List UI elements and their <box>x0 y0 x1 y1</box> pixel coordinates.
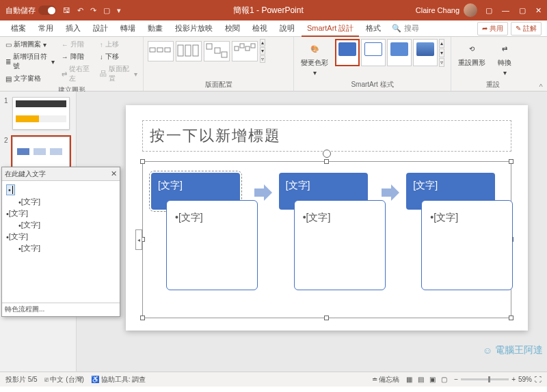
resize-handle[interactable] <box>509 316 513 320</box>
list-item[interactable]: • [文字] <box>6 219 116 231</box>
process-step-1[interactable]: [文字] •[文字] <box>151 173 248 210</box>
gallery-down-icon[interactable]: ▾ <box>260 47 265 55</box>
minimize-icon[interactable]: — <box>502 6 509 15</box>
step-body[interactable]: •[文字] <box>166 200 258 290</box>
save-icon[interactable]: 🖫 <box>63 6 70 15</box>
layout-thumb[interactable] <box>148 41 174 61</box>
qat-dropdown-icon[interactable]: ▾ <box>117 6 121 15</box>
tab-format[interactable]: 格式 <box>360 20 386 36</box>
list-item[interactable]: • [文字] <box>6 196 116 208</box>
layout-gallery[interactable]: ▴ ▾ ▿ <box>148 39 265 63</box>
demote-button[interactable]: → 降階 <box>60 51 94 62</box>
autosave-toggle[interactable] <box>38 5 56 15</box>
fit-window-icon[interactable]: ⛶ <box>535 376 542 383</box>
style-thumb[interactable] <box>387 39 412 66</box>
smartart-text-pane[interactable]: 在此鍵入文字 ✕ • • [文字] • [文字] • [文字] • [文字] •… <box>1 167 120 317</box>
change-colors-button[interactable]: 🎨 變更色彩▾ <box>298 39 331 78</box>
resize-handle[interactable] <box>140 316 145 320</box>
accessibility-check[interactable]: ♿ 協助工具: 調查 <box>91 375 146 384</box>
user-account[interactable]: Claire Chang <box>416 3 477 17</box>
slide-counter[interactable]: 投影片 5/5 <box>5 375 38 384</box>
undo-icon[interactable]: ↶ <box>77 6 83 15</box>
slideshow-view-icon[interactable]: ▢ <box>441 376 447 383</box>
step-body[interactable]: •[文字] <box>294 200 386 290</box>
text-pane-header[interactable]: 在此鍵入文字 ✕ <box>2 167 120 181</box>
zoom-slider[interactable] <box>461 378 509 380</box>
gallery-up-icon[interactable]: ▴ <box>260 39 265 46</box>
close-icon[interactable]: ✕ <box>111 169 117 178</box>
layout-button[interactable]: 品 版面配置 ▾ <box>98 64 139 84</box>
ribbon-options-icon[interactable]: ▢ <box>485 6 492 15</box>
promote-button[interactable]: ← 升階 <box>60 39 94 50</box>
process-step-2[interactable]: [文字] •[文字] <box>279 173 375 210</box>
language-label[interactable]: ⎚ 中文 (台灣) <box>44 375 84 384</box>
list-item[interactable]: • <box>6 184 116 196</box>
zoom-out-icon[interactable]: − <box>454 376 458 383</box>
start-slideshow-icon[interactable]: ▢ <box>103 6 110 15</box>
list-item[interactable]: • [文字] <box>6 231 116 242</box>
text-pane-body[interactable]: • • [文字] • [文字] • [文字] • [文字] • [文字] <box>2 181 120 303</box>
tab-transitions[interactable]: 轉場 <box>115 20 141 36</box>
gallery-more-icon[interactable]: ▿ <box>439 58 444 67</box>
list-item[interactable]: • [文字] <box>6 242 116 254</box>
move-up-button[interactable]: ↑ 上移 <box>98 39 139 50</box>
tab-smartart-design[interactable]: SmartArt 設計 <box>302 20 359 37</box>
tab-review[interactable]: 校閱 <box>219 20 245 36</box>
normal-view-icon[interactable]: ▦ <box>406 376 412 383</box>
textpane-toggle-icon[interactable]: ◂ <box>135 229 142 250</box>
collapse-ribbon-icon[interactable]: ^ <box>535 37 547 91</box>
search-box[interactable]: 🔍 搜尋 <box>392 20 476 36</box>
rtl-button[interactable]: ⇄ 從右至左 <box>60 64 94 84</box>
tab-file[interactable]: 檔案 <box>5 20 31 36</box>
resize-handle[interactable] <box>140 159 145 164</box>
rotate-handle[interactable] <box>323 150 331 158</box>
tab-design[interactable]: 設計 <box>88 20 114 36</box>
zoom-control[interactable]: − + 59% ⛶ <box>454 376 542 383</box>
convert-button[interactable]: ⇄ 轉換▾ <box>492 39 517 78</box>
notes-button[interactable]: ≐ 備忘稿 <box>372 375 400 384</box>
svg-rect-2 <box>165 48 170 52</box>
tab-help[interactable]: 說明 <box>274 20 300 36</box>
move-down-button[interactable]: ↓ 下移 <box>98 51 139 62</box>
layout-thumb[interactable] <box>204 41 230 61</box>
process-step-3[interactable]: [文字] •[文字] <box>406 173 503 210</box>
text-pane-button[interactable]: ▤ 文字窗格 <box>4 73 56 84</box>
slide-canvas[interactable]: 按一下以新增標題 ◂ [文字] •[文字] <box>77 92 547 372</box>
add-shape-button[interactable]: ▭ 新增圖案 ▾ <box>4 39 56 50</box>
gallery-more-icon[interactable]: ▿ <box>260 55 265 63</box>
zoom-value[interactable]: 59% <box>518 376 532 383</box>
maximize-icon[interactable]: ▢ <box>519 6 526 15</box>
sorter-view-icon[interactable]: ▤ <box>418 376 424 383</box>
slide-thumb-1[interactable]: 1 <box>4 97 72 130</box>
close-icon[interactable]: ✕ <box>535 6 542 15</box>
step-body[interactable]: •[文字] <box>421 200 513 290</box>
resize-handle[interactable] <box>509 159 513 164</box>
gallery-down-icon[interactable]: ▾ <box>439 48 444 57</box>
resize-handle[interactable] <box>324 316 329 320</box>
share-button[interactable]: ➦ 共用 <box>477 22 508 36</box>
title-placeholder[interactable]: 按一下以新增標題 <box>142 120 511 152</box>
tab-slideshow[interactable]: 投影片放映 <box>170 20 218 36</box>
tab-view[interactable]: 檢視 <box>247 20 273 36</box>
tab-home[interactable]: 常用 <box>33 20 59 36</box>
slide-thumb-2[interactable]: 2 <box>4 137 72 169</box>
redo-icon[interactable]: ↷ <box>90 6 96 15</box>
tab-insert[interactable]: 插入 <box>60 20 86 36</box>
resize-handle[interactable] <box>324 159 329 164</box>
gallery-up-icon[interactable]: ▴ <box>439 39 444 48</box>
style-gallery[interactable]: ▴ ▾ ▿ <box>335 39 444 67</box>
smartart-frame[interactable]: ◂ [文字] •[文字] [文字] •[文字] [文字] •[文字] <box>142 161 511 318</box>
autosave-control[interactable]: 自動儲存 <box>5 5 56 16</box>
reading-view-icon[interactable]: ▣ <box>429 376 436 383</box>
list-item[interactable]: • [文字] <box>6 208 116 219</box>
style-thumb[interactable] <box>413 39 438 66</box>
layout-thumb[interactable] <box>176 41 202 61</box>
layout-thumb[interactable] <box>232 41 258 61</box>
reset-graphic-button[interactable]: ⟲ 重設圖形 <box>455 39 488 69</box>
add-bullet-button[interactable]: ≣ 新增項目符號 ▾ <box>4 51 56 72</box>
comments-button[interactable]: ✎ 註解 <box>511 22 542 36</box>
style-thumb[interactable] <box>361 39 386 66</box>
zoom-in-icon[interactable]: + <box>511 376 516 383</box>
style-thumb[interactable] <box>335 39 360 66</box>
tab-animations[interactable]: 動畫 <box>142 20 168 36</box>
